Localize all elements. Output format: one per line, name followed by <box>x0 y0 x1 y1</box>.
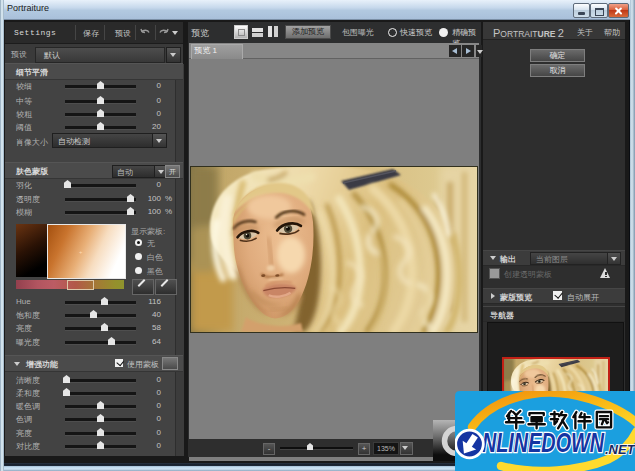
svg-text:NLINEDOWN: NLINEDOWN <box>482 428 604 458</box>
svg-text:.NET: .NET <box>605 442 635 457</box>
